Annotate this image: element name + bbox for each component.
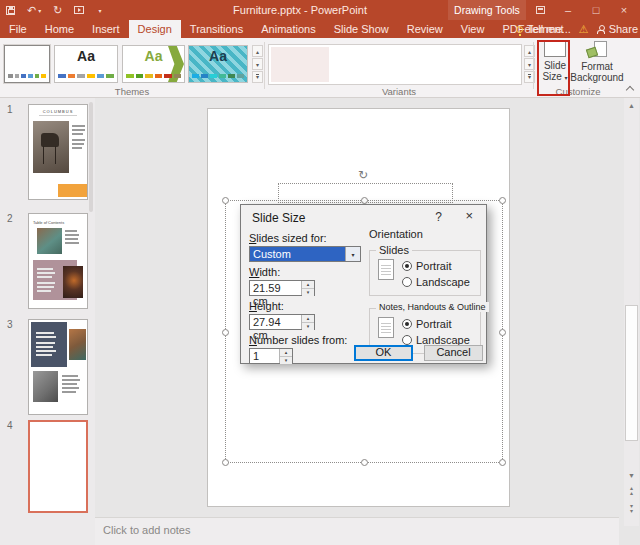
variant-swatch[interactable] <box>271 47 329 82</box>
selection-handle-top-right[interactable] <box>499 197 506 204</box>
tab-home[interactable]: Home <box>36 20 83 38</box>
spin-up-icon[interactable]: ▴ <box>302 281 314 288</box>
tab-file[interactable]: File <box>0 20 36 38</box>
slide-thumbnail-3[interactable] <box>28 319 88 415</box>
tab-animations[interactable]: Animations <box>252 20 324 38</box>
scrollbar-thumb[interactable] <box>625 305 638 441</box>
slide-size-button[interactable]: Slide Size ▾ <box>540 41 570 84</box>
dropdown-arrow-icon[interactable]: ▾ <box>345 247 360 261</box>
slide-thumbnail-1[interactable]: COLUMBUS <box>28 104 88 200</box>
variants-group-label: Variants <box>266 86 532 97</box>
themes-scroll-down-button[interactable]: ▾ <box>252 58 263 70</box>
tab-review[interactable]: Review <box>398 20 452 38</box>
sized-for-dropdown[interactable]: Custom ▾ <box>249 246 361 262</box>
tab-view[interactable]: View <box>452 20 494 38</box>
spin-up-icon[interactable]: ▴ <box>302 315 314 322</box>
share-button[interactable]: Share <box>597 23 638 35</box>
undo-button[interactable]: ↶▾ <box>27 4 41 17</box>
tab-insert[interactable]: Insert <box>83 20 129 38</box>
spin-down-icon[interactable]: ▾ <box>280 356 292 364</box>
number-slides-spinner[interactable]: 1 ▴▾ <box>249 348 293 364</box>
dialog-help-button[interactable]: ? <box>435 210 442 224</box>
tab-transitions[interactable]: Transitions <box>181 20 252 38</box>
theme-tile-2[interactable]: Aa <box>54 45 118 83</box>
cancel-button[interactable]: Cancel <box>424 345 483 361</box>
tab-slide-show[interactable]: Slide Show <box>325 20 398 38</box>
redo-icon: ↻ <box>53 4 62 17</box>
tell-me-button[interactable]: Tell me... <box>516 23 571 35</box>
themes-group: Aa Aa Aa ▴ ▾ ▾ Themes <box>0 38 264 98</box>
ribbon-tab-row: File Home Insert Design Transitions Anim… <box>0 20 640 38</box>
previous-slide-button[interactable]: ▴▴ <box>624 486 639 499</box>
theme-color-swatches <box>192 74 244 78</box>
tab-design[interactable]: Design <box>129 20 181 38</box>
customize-qat-button[interactable]: ▾ <box>96 7 101 14</box>
selection-handle-middle-right[interactable] <box>499 329 506 336</box>
scroll-down-button[interactable]: ▼ <box>624 469 639 482</box>
redo-button[interactable]: ↻ <box>53 4 62 17</box>
selection-handle-top-center[interactable] <box>361 197 368 204</box>
quick-access-toolbar: ↶▾ ↻ ▾ <box>6 0 101 20</box>
notes-placeholder: Click to add notes <box>103 524 190 536</box>
portrait-page-icon <box>378 317 394 338</box>
minimize-button[interactable]: – <box>554 0 582 20</box>
maximize-button[interactable]: □ <box>582 0 610 20</box>
ribbon-display-options-button[interactable] <box>526 0 554 20</box>
height-spinner[interactable]: 27.94 cm ▴▾ <box>249 314 315 330</box>
warning-icon[interactable]: ⚠ <box>579 23 589 36</box>
spin-down-icon[interactable]: ▾ <box>302 288 314 296</box>
person-icon <box>597 25 605 33</box>
interior-photo <box>69 329 86 360</box>
notes-pane[interactable]: Click to add notes <box>95 517 619 545</box>
variants-more-icon: ▾ <box>528 74 531 80</box>
selection-handle-top-left[interactable] <box>222 197 229 204</box>
next-slide-button[interactable]: ▾▾ <box>624 504 639 517</box>
slide-thumbnail-4-selected[interactable] <box>28 420 88 513</box>
format-background-button[interactable]: Format Background <box>574 41 620 83</box>
selection-handle-middle-left[interactable] <box>222 329 229 336</box>
lightbulb-icon <box>516 26 523 33</box>
slide-thumbnail-2[interactable]: Table of Contents <box>28 213 88 309</box>
radio-icon <box>402 335 412 345</box>
thumbnail-panel-scrollbar[interactable] <box>89 102 93 212</box>
close-button[interactable]: × <box>610 0 638 20</box>
ok-button[interactable]: OK <box>354 345 413 361</box>
notes-portrait-radio[interactable]: Portrait <box>402 318 470 330</box>
rotate-handle-icon[interactable]: ↻ <box>358 168 368 182</box>
scroll-up-button[interactable]: ▲ <box>624 99 639 112</box>
selection-handle-bottom-right[interactable] <box>499 459 506 466</box>
format-background-icon <box>587 41 607 58</box>
notes-group-label: Notes, Handouts & Outline <box>376 302 489 312</box>
selection-handle-bottom-center[interactable] <box>361 459 368 466</box>
theme-tile-current[interactable] <box>4 45 50 83</box>
vertical-scrollbar: ▲ ▼ ▴▴ ▾▾ <box>624 98 639 526</box>
themes-more-button[interactable]: ▾ <box>252 71 263 83</box>
slides-landscape-radio[interactable]: Landscape <box>402 276 470 288</box>
variants-gallery[interactable] <box>268 44 522 85</box>
themes-scroll-up-button[interactable]: ▴ <box>252 45 263 57</box>
spin-down-icon[interactable]: ▾ <box>302 322 314 330</box>
selection-handle-bottom-left[interactable] <box>222 459 229 466</box>
height-value: 27.94 cm <box>250 315 301 329</box>
dialog-close-button[interactable]: × <box>465 208 473 223</box>
spin-up-icon[interactable]: ▴ <box>280 349 292 356</box>
slides-orientation-group: Slides Portrait Landscape <box>369 250 481 296</box>
contextual-group-label: Drawing Tools <box>448 0 526 20</box>
save-button[interactable] <box>6 6 15 15</box>
theme-color-swatches <box>8 74 46 78</box>
navy-text-block <box>31 322 67 367</box>
theme-tile-3[interactable]: Aa <box>122 45 185 83</box>
theme-aa-label: Aa <box>55 48 117 64</box>
chair-photo <box>33 121 69 173</box>
width-label: Width: <box>249 266 363 278</box>
format-background-label: Format Background <box>570 61 623 83</box>
theme-tile-4[interactable]: Aa <box>188 45 248 83</box>
start-slideshow-button[interactable] <box>74 6 84 14</box>
collapse-ribbon-icon[interactable] <box>625 84 635 94</box>
width-spinner[interactable]: 21.59 cm ▴▾ <box>249 280 315 296</box>
slide-size-label: Slide Size <box>542 60 566 82</box>
ribbon-display-options-icon <box>536 6 545 14</box>
slides-portrait-radio[interactable]: Portrait <box>402 260 470 272</box>
orientation-label: Orientation <box>369 228 481 240</box>
window-controls: – □ × <box>526 0 638 20</box>
